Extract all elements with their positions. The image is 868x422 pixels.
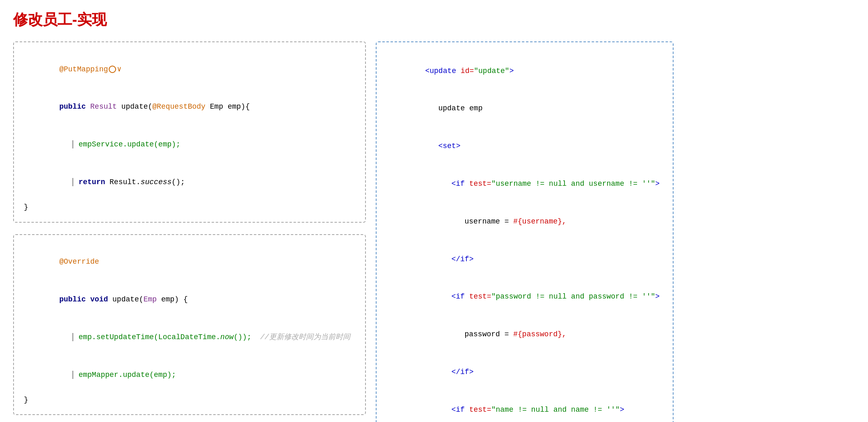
xml-update-open: <update [425,67,460,75]
left-panel: @PutMapping∨ public Result update(@Reque… [13,41,366,422]
xml-if-tag1: <if [451,180,469,188]
kw-requestbody: @RequestBody [152,103,210,111]
type-emp: Emp [144,295,161,303]
xml-if-tag3: <if [451,406,469,414]
xml-if-close2: > [655,292,660,301]
xml-line-1: <update id="update"> [390,52,660,90]
right-wrapper: <update id="update"> update emp <set> <i… [376,41,674,422]
xml-line-3: <set> [403,128,660,165]
paren-now: ()); [233,333,260,341]
code-line-6: emp.setUpdateTime(LocalDateTime.now()); … [37,318,355,356]
method-now: now [220,333,233,341]
code-line-5: public void update(Emp emp) { [24,281,355,319]
xml-panel: <update id="update"> update emp <set> <i… [376,41,674,422]
xml-test-attr1: test= [469,180,491,188]
emp-service-call: empService.update(emp); [78,140,180,148]
xml-if-tag2: <if [451,292,469,301]
xml-if-username: <if test="username != null and username … [416,165,660,203]
xml-update-emp: update emp [438,104,482,112]
annotation-line: @PutMapping∨ [24,50,355,88]
xml-username-assign: username = [464,217,513,226]
xml-endif-1: </if> [416,240,660,278]
xml-id-attr: id= [461,67,474,75]
xml-test-attr2: test= [469,292,491,301]
arrow-down: ∨ [117,65,121,73]
globe-icon [109,66,116,73]
xml-if-close1: > [655,180,660,188]
xml-endif-2: </if> [416,353,660,391]
block-indent3: emp.setUpdateTime(LocalDateTime.now()); … [72,333,350,341]
param-emp: Emp emp){ [210,103,250,111]
xml-if-name: <if test="name != null and name != ''"> [416,391,660,422]
controller-box: @PutMapping∨ public Result update(@Reque… [13,41,366,223]
block-indent2: return Result.success(); [72,178,185,186]
kw-return: return [78,178,110,186]
kw-void: void [90,295,112,303]
put-mapping-annotation: @PutMapping [59,65,108,73]
brace-close2: } [24,396,28,404]
page-title: 修改员工-实现 [13,10,855,30]
emp-mapper-call: empMapper.update(emp); [78,371,176,379]
xml-test-val3: "name != null and name != ''" [491,406,620,414]
comment-update: //更新修改时间为当前时间 [260,333,350,341]
kw-result: Result [90,103,121,111]
xml-if-close3: > [620,406,624,414]
serviceimpl-box: @Override public void update(Emp emp) { … [13,234,366,415]
code-line-2: empService.update(emp); [37,126,355,164]
code-line-4: } [24,201,355,214]
result-call: Result. [110,178,141,186]
kw-public: public [59,103,90,111]
xml-password-expr: #{password}, [513,330,566,338]
xml-test-val1: "username != null and username != ''" [491,180,656,188]
xml-test-attr3: test= [469,406,491,414]
block-indent: empService.update(emp); [72,140,180,148]
set-update-time: emp.setUpdateTime(LocalDateTime. [78,333,220,341]
xml-password-assign: password = [464,330,513,338]
xml-password-val: password = #{password}, [429,315,660,353]
param-emp2: emp) { [161,295,188,303]
xml-id-val: "update" [474,67,509,75]
xml-set-open: <set> [438,142,460,150]
method-update2: update( [112,295,144,303]
method-update: update( [121,103,153,111]
xml-username-val: username = #{username}, [429,203,660,240]
override-line: @Override [24,243,355,281]
xml-username-expr: #{username}, [513,217,566,226]
code-line-8: } [24,394,355,406]
xml-if-password: <if test="password != null and password … [416,278,660,316]
code-line-7: empMapper.update(emp); [37,356,355,394]
xml-tag-close: > [509,67,514,75]
brace-close: } [24,203,28,211]
override-annotation: @Override [59,258,99,266]
code-line-1: public Result update(@RequestBody Emp em… [24,88,355,126]
xml-endif-tag2: </if> [451,368,473,376]
xml-line-2: update emp [403,90,660,128]
code-line-3: return Result.success(); [37,163,355,201]
method-success: success [141,178,172,186]
paren-close: (); [171,178,185,186]
kw-public2: public [59,295,90,303]
xml-endif-tag1: </if> [451,255,473,263]
xml-test-val2: "password != null and password != ''" [491,292,656,301]
block-indent4: empMapper.update(emp); [72,371,176,379]
